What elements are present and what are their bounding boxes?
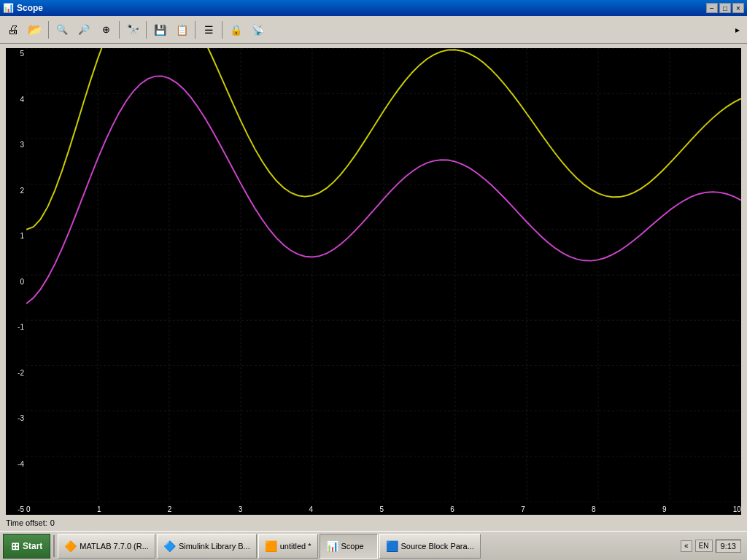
signal-select-button[interactable]: 📡 [247, 20, 268, 40]
zoom-in-button[interactable]: 🔍 [52, 20, 72, 40]
y-label-n5: -5 [6, 505, 26, 513]
untitled-label: untitled * [280, 542, 311, 551]
taskbar: ⊞ Start 🔶 MATLAB 7.7.0 (R... 🔷 Simulink … [0, 531, 747, 560]
matlab-taskbar-button[interactable]: 🔶 MATLAB 7.7.0 (R... [58, 534, 155, 559]
params-button[interactable]: 📋 [171, 20, 192, 40]
toolbar: 🖨 📂 🔍 🔎 ⊕ 🔭 💾 📋 ☰ 🔒 📡 ▸ [0, 16, 747, 44]
simulink-icon: 🔷 [163, 540, 176, 552]
toolbar-separator-1 [48, 21, 49, 39]
matlab-icon: 🔶 [64, 540, 77, 552]
x-label-1: 1 [97, 505, 101, 513]
windows-logo-icon: ⊞ [11, 540, 20, 552]
x-label-9: 9 [662, 505, 667, 513]
title-bar-controls: − □ × [706, 3, 744, 13]
y-label-0: 0 [6, 278, 26, 286]
save-data-button[interactable]: 💾 [150, 20, 170, 40]
plot-area: 5 4 3 2 1 0 -1 -2 -3 -4 -5 [6, 48, 741, 515]
zoom-out-button[interactable]: 🔎 [74, 20, 94, 40]
y-label-1: 1 [6, 232, 26, 240]
y-label-n4: -4 [6, 460, 26, 468]
y-label-3: 3 [6, 141, 26, 149]
scope-label: Scope [341, 542, 364, 551]
x-label-10: 10 [733, 505, 741, 513]
title-bar-title: Scope [17, 3, 43, 13]
y-label-n1: -1 [6, 323, 26, 331]
time-offset-label: Time offset: [6, 518, 47, 527]
y-label-n3: -3 [6, 414, 26, 422]
scope-icon: 📊 [326, 540, 338, 552]
time-offset-value: 0 [50, 518, 55, 527]
toolbar-separator-3 [146, 21, 147, 39]
scope-curves-svg [26, 48, 741, 502]
print-button[interactable]: 🖨 [3, 20, 23, 40]
x-label-6: 6 [450, 505, 454, 513]
open-button[interactable]: 📂 [25, 20, 45, 40]
start-label: Start [23, 541, 42, 551]
source-block-icon: 🟦 [386, 540, 398, 552]
simulink-taskbar-button[interactable]: 🔷 Simulink Library B... [157, 534, 257, 559]
simulink-label: Simulink Library B... [179, 542, 250, 551]
x-axis-labels: 0 1 2 3 4 5 6 7 8 9 10 [26, 505, 741, 513]
taskbar-arrow-left[interactable]: « [681, 540, 692, 552]
toolbar-separator-4 [195, 21, 196, 39]
start-button[interactable]: ⊞ Start [3, 534, 50, 559]
untitled-icon: 🟧 [265, 540, 277, 552]
x-label-5: 5 [379, 505, 384, 513]
autoscale-button[interactable]: ☰ [198, 20, 219, 40]
taskbar-right: « EN 9:13 [681, 540, 744, 553]
title-bar-left: 📊 Scope [3, 3, 43, 13]
y-axis-labels: 5 4 3 2 1 0 -1 -2 -3 -4 -5 [6, 48, 26, 515]
toolbar-separator-2 [119, 21, 120, 39]
scope-main: 5 4 3 2 1 0 -1 -2 -3 -4 -5 [0, 44, 747, 531]
matlab-label: MATLAB 7.7.0 (R... [80, 542, 149, 551]
language-indicator[interactable]: EN [695, 540, 713, 552]
status-bar: Time offset: 0 [0, 515, 747, 531]
x-label-4: 4 [309, 505, 314, 513]
scope-taskbar-button[interactable]: 📊 Scope [320, 534, 378, 559]
minimize-button[interactable]: − [706, 3, 718, 13]
x-label-7: 7 [521, 505, 525, 513]
lock-axes-button[interactable]: 🔒 [225, 20, 246, 40]
help-arrow-button[interactable]: ▸ [731, 20, 744, 40]
system-clock: 9:13 [716, 540, 741, 553]
x-label-0: 0 [26, 505, 31, 513]
y-label-n2: -2 [6, 369, 26, 377]
zoom-fit-button[interactable]: ⊕ [96, 20, 116, 40]
toolbar-separator-5 [222, 21, 222, 39]
binoculars-button[interactable]: 🔭 [123, 20, 143, 40]
y-label-2: 2 [6, 187, 26, 195]
source-block-label: Source Block Para... [401, 542, 474, 551]
taskbar-separator [53, 535, 55, 557]
x-label-2: 2 [168, 505, 172, 513]
y-label-5: 5 [6, 50, 26, 58]
untitled-taskbar-button[interactable]: 🟧 untitled * [258, 534, 318, 559]
x-label-8: 8 [592, 505, 596, 513]
y-label-4: 4 [6, 96, 26, 104]
x-label-3: 3 [239, 505, 243, 513]
title-bar-icon: 📊 [3, 3, 14, 13]
title-bar: 📊 Scope − □ × [0, 0, 747, 16]
restore-button[interactable]: □ [719, 3, 731, 13]
source-block-taskbar-button[interactable]: 🟦 Source Block Para... [379, 534, 481, 559]
close-button[interactable]: × [732, 3, 744, 13]
